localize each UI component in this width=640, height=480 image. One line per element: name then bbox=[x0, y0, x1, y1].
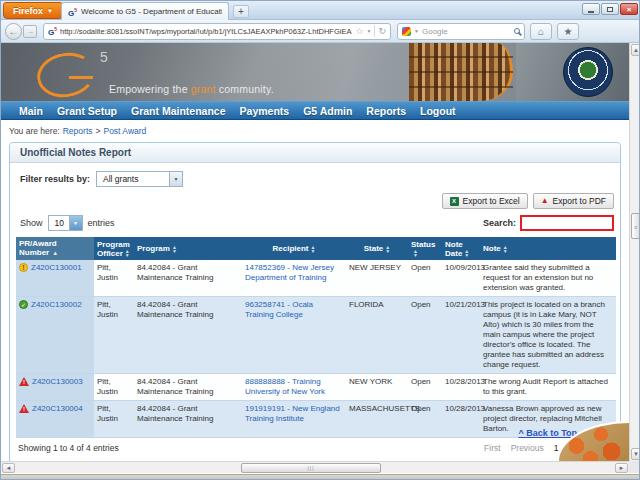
note-cell: This project is located on a branch camp… bbox=[480, 297, 616, 374]
filter-row: Filter results by: All grants ▼ bbox=[10, 163, 620, 191]
scroll-up-icon[interactable]: ▲ bbox=[631, 44, 640, 56]
recipient-link[interactable]: 147852369 - New Jersey Department of Tra… bbox=[245, 263, 334, 282]
taskbar-edge bbox=[1, 474, 640, 480]
sort-icon: ▲▼ bbox=[125, 249, 130, 257]
restore-button[interactable] bbox=[601, 3, 619, 15]
column-header-program[interactable]: Program▲▼ bbox=[134, 237, 242, 260]
breadcrumb-link-reports[interactable]: Reports bbox=[63, 126, 93, 136]
date-cell: 10/09/2013 bbox=[442, 260, 480, 297]
search-icon[interactable] bbox=[514, 28, 520, 34]
title-bar: Firefox ▼ G5 Welcome to G5 - Department … bbox=[1, 1, 640, 20]
horizontal-scrollbar[interactable]: ◄ ||| ► bbox=[1, 461, 629, 473]
page-content: Unofficial Notes Report Filter results b… bbox=[1, 140, 629, 461]
firefox-menu-button[interactable]: Firefox ▼ bbox=[3, 2, 63, 19]
column-header-note[interactable]: Note▲▼ bbox=[480, 237, 616, 260]
minimize-button[interactable] bbox=[582, 3, 600, 15]
state-cell: NEW YORK bbox=[346, 374, 408, 401]
table-row: ✓Z420C130002 Pitt, Justin 84.42084 - Gra… bbox=[16, 297, 616, 374]
horizontal-scrollbar-thumb[interactable]: ||| bbox=[241, 463, 381, 473]
sort-icon: ▲▼ bbox=[385, 245, 390, 253]
filter-label: Filter results by: bbox=[20, 174, 90, 184]
url-bar[interactable]: G5 http://sodalite:8081/ssoINT/wps/mypor… bbox=[43, 23, 391, 40]
home-button[interactable]: ⌂ bbox=[530, 23, 552, 40]
officer-cell: Pitt, Justin bbox=[94, 260, 134, 297]
vertical-scrollbar-thumb[interactable]: ≡ bbox=[631, 213, 640, 239]
recipient-link[interactable]: 191919191 - New England Training Institu… bbox=[245, 404, 340, 423]
url-dropdown-icon[interactable]: ▼ bbox=[367, 28, 372, 34]
pagination-first[interactable]: First bbox=[484, 443, 501, 453]
award-link[interactable]: Z420C130002 bbox=[31, 300, 82, 310]
back-button[interactable]: ← bbox=[5, 23, 22, 40]
nav-item-grant-setup[interactable]: Grant Setup bbox=[57, 105, 117, 117]
browser-tab[interactable]: G5 Welcome to G5 - Department of Educati… bbox=[61, 2, 229, 20]
scroll-left-icon[interactable]: ◄ bbox=[2, 463, 15, 473]
close-icon: × bbox=[627, 5, 632, 14]
column-header-officer[interactable]: Program Officer▲▼ bbox=[94, 237, 134, 260]
g5-logo-icon bbox=[34, 48, 99, 101]
page-length-select[interactable]: 10 ▼ bbox=[48, 215, 83, 231]
back-to-top-link[interactable]: ^ Back to Top bbox=[518, 428, 577, 438]
pagination-previous[interactable]: Previous bbox=[511, 443, 544, 453]
nav-item-main[interactable]: Main bbox=[19, 105, 43, 117]
table-controls-row: Show 10 ▼ entries Search: bbox=[10, 213, 620, 235]
date-cell: 10/28/2013 bbox=[442, 374, 480, 401]
url-text[interactable]: http://sodalite:8081/ssoINT/wps/myportal… bbox=[60, 27, 352, 36]
nav-item-logout[interactable]: Logout bbox=[420, 105, 456, 117]
nav-item-g5-admin[interactable]: G5 Admin bbox=[303, 105, 352, 117]
google-logo-icon bbox=[402, 27, 411, 36]
forward-button[interactable]: → bbox=[23, 25, 37, 38]
web-search-box[interactable]: ▼ Google bbox=[397, 23, 525, 40]
filter-select[interactable]: All grants ▼ bbox=[96, 171, 183, 187]
note-cell: The wrong Audit Report is attached to th… bbox=[480, 374, 616, 401]
column-header-status[interactable]: Status▲▼ bbox=[408, 237, 442, 260]
show-entries-group: Show 10 ▼ entries bbox=[20, 215, 115, 231]
firefox-menu-label: Firefox bbox=[13, 6, 43, 16]
date-cell: 10/21/2013 bbox=[442, 297, 480, 374]
bookmarks-button[interactable]: ★ bbox=[557, 23, 579, 40]
new-tab-button[interactable]: + bbox=[233, 5, 249, 18]
web-search-placeholder[interactable]: Google bbox=[422, 27, 511, 36]
award-link[interactable]: Z420C130003 bbox=[32, 377, 83, 387]
close-button[interactable]: × bbox=[620, 3, 638, 15]
column-header-state[interactable]: State▲▼ bbox=[346, 237, 408, 260]
officer-cell: Pitt, Justin bbox=[94, 374, 134, 401]
nav-item-payments[interactable]: Payments bbox=[240, 105, 290, 117]
award-link[interactable]: Z420C130001 bbox=[31, 263, 82, 273]
breadcrumb: You are here: Reports > Post Award bbox=[1, 121, 629, 140]
reload-icon[interactable]: ↻ bbox=[378, 27, 386, 36]
column-header-award[interactable]: PR/Award Number▲ bbox=[16, 237, 94, 260]
tagline-accent: grant bbox=[191, 83, 216, 95]
bookmark-star-icon[interactable]: ☆ bbox=[355, 27, 363, 36]
sort-icon: ▲▼ bbox=[503, 245, 508, 253]
recipient-link[interactable]: 963258741 - Ocala Training College bbox=[245, 300, 313, 319]
page-title: Unofficial Notes Report bbox=[10, 143, 620, 163]
nav-item-grant-maintenance[interactable]: Grant Maintenance bbox=[131, 105, 226, 117]
column-header-date[interactable]: Note Date▲▼ bbox=[442, 237, 480, 260]
window-controls: × bbox=[581, 3, 638, 15]
scroll-down-icon[interactable]: ▼ bbox=[631, 448, 640, 460]
export-excel-button[interactable]: X Export to Excel bbox=[442, 193, 528, 209]
award-link[interactable]: Z420C130004 bbox=[32, 404, 83, 414]
sort-icon: ▲▼ bbox=[311, 245, 316, 253]
export-row: X Export to Excel ▲ Export to PDF bbox=[10, 191, 620, 213]
chevron-down-icon[interactable]: ▼ bbox=[169, 172, 182, 186]
program-cell: 84.42084 - Grant Maintenance Training bbox=[134, 260, 242, 297]
bookshelf-shelf-lines bbox=[409, 43, 513, 101]
search-input[interactable] bbox=[520, 215, 614, 231]
recipient-link[interactable]: 888888888 - Training University of New Y… bbox=[245, 377, 325, 396]
show-label: Show bbox=[20, 218, 43, 228]
export-pdf-button[interactable]: ▲ Export to PDF bbox=[533, 193, 614, 209]
column-header-recipient[interactable]: Recipient▲▼ bbox=[242, 237, 346, 260]
browser-window: Firefox ▼ G5 Welcome to G5 - Department … bbox=[0, 0, 640, 480]
chevron-down-icon[interactable]: ▼ bbox=[69, 216, 82, 230]
nav-item-reports[interactable]: Reports bbox=[366, 105, 406, 117]
department-of-education-seal bbox=[563, 47, 613, 97]
vertical-scrollbar[interactable]: ▲ ≡ ▼ bbox=[629, 43, 640, 461]
search-engine-dropdown-icon[interactable]: ▼ bbox=[414, 28, 419, 34]
breadcrumb-link-post-award[interactable]: Post Award bbox=[103, 126, 146, 136]
g5-logo-bar bbox=[69, 76, 93, 79]
pdf-icon: ▲ bbox=[541, 197, 549, 205]
table-footer: Showing 1 to 4 of 4 entries First Previo… bbox=[10, 438, 620, 461]
search-group: Search: bbox=[483, 215, 614, 231]
scroll-right-icon[interactable]: ► bbox=[615, 463, 628, 473]
